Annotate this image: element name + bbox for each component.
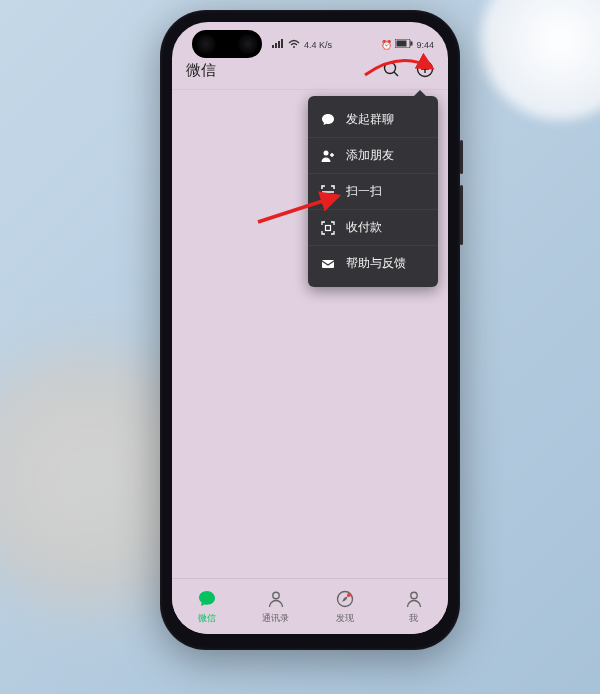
svg-point-13 <box>324 150 329 155</box>
chat-icon <box>196 588 218 610</box>
bottom-tabbar: 微信 通讯录 发现 我 <box>172 578 448 634</box>
menu-new-group-chat[interactable]: 发起群聊 <box>308 102 438 138</box>
svg-point-19 <box>347 593 351 597</box>
search-icon[interactable] <box>382 60 400 82</box>
svg-rect-3 <box>281 39 283 48</box>
battery-icon <box>395 39 413 50</box>
person-plus-icon <box>320 148 336 164</box>
menu-label: 帮助与反馈 <box>346 255 406 272</box>
plus-dropdown: 发起群聊 添加朋友 扫一扫 <box>308 96 438 287</box>
tab-discover[interactable]: 发现 <box>310 579 379 634</box>
scan-icon <box>320 184 336 200</box>
discover-icon <box>334 588 356 610</box>
wifi-icon <box>288 39 300 50</box>
svg-rect-0 <box>272 45 274 48</box>
tab-label: 通讯录 <box>262 612 289 625</box>
svg-rect-6 <box>397 41 407 47</box>
menu-pay[interactable]: 收付款 <box>308 210 438 246</box>
chat-list-area: 发起群聊 添加朋友 扫一扫 <box>172 90 448 578</box>
contacts-icon <box>265 588 287 610</box>
svg-line-9 <box>394 72 398 76</box>
svg-point-17 <box>272 592 278 598</box>
signal-icon <box>272 39 284 50</box>
menu-feedback[interactable]: 帮助与反馈 <box>308 246 438 281</box>
menu-label: 收付款 <box>346 219 382 236</box>
tab-contacts[interactable]: 通讯录 <box>241 579 310 634</box>
camera-cutout <box>192 30 262 58</box>
tab-me[interactable]: 我 <box>379 579 448 634</box>
svg-point-4 <box>293 46 295 48</box>
svg-rect-16 <box>322 260 334 268</box>
clock: 9:44 <box>416 40 434 50</box>
alarm-icon: ⏰ <box>381 40 392 50</box>
menu-label: 扫一扫 <box>346 183 382 200</box>
svg-point-20 <box>410 592 416 598</box>
svg-rect-15 <box>326 225 331 230</box>
menu-scan[interactable]: 扫一扫 <box>308 174 438 210</box>
svg-rect-2 <box>278 41 280 48</box>
svg-point-8 <box>385 62 396 73</box>
tab-label: 我 <box>409 612 418 625</box>
menu-label: 添加朋友 <box>346 147 394 164</box>
phone-frame: 4.4 K/s ⏰ 9:44 微信 <box>160 10 460 650</box>
svg-rect-7 <box>411 42 413 46</box>
page-title: 微信 <box>186 61 216 80</box>
menu-label: 发起群聊 <box>346 111 394 128</box>
tab-wechat[interactable]: 微信 <box>172 579 241 634</box>
mail-icon <box>320 256 336 272</box>
menu-add-friend[interactable]: 添加朋友 <box>308 138 438 174</box>
net-speed: 4.4 K/s <box>304 40 332 50</box>
chat-bubble-icon <box>320 112 336 128</box>
svg-rect-1 <box>275 43 277 48</box>
qr-pay-icon <box>320 220 336 236</box>
me-icon <box>403 588 425 610</box>
plus-icon[interactable] <box>416 60 434 82</box>
tab-label: 微信 <box>198 612 216 625</box>
tab-label: 发现 <box>336 612 354 625</box>
